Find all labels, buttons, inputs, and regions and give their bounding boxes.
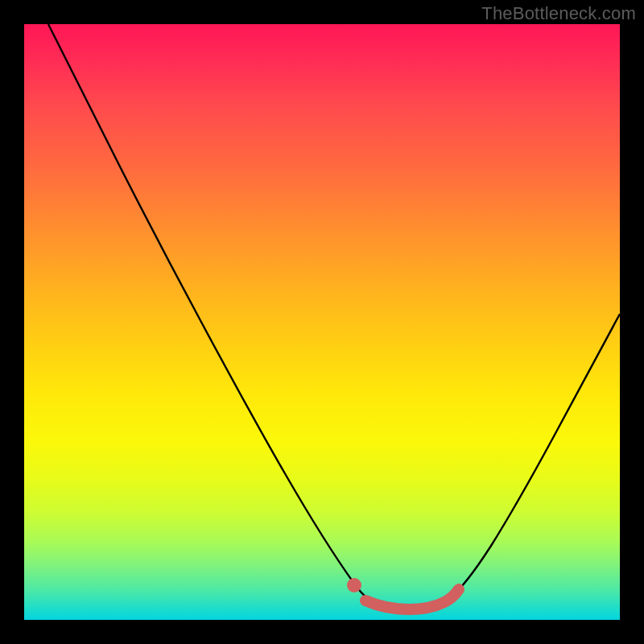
watermark-text: TheBottleneck.com	[481, 3, 636, 24]
highlight-start-dot	[347, 578, 361, 592]
optimal-zone-highlight	[365, 589, 459, 609]
chart-frame: TheBottleneck.com	[0, 0, 644, 644]
bottleneck-curve	[48, 24, 620, 609]
chart-svg	[24, 24, 620, 620]
plot-gradient-background	[24, 24, 620, 620]
